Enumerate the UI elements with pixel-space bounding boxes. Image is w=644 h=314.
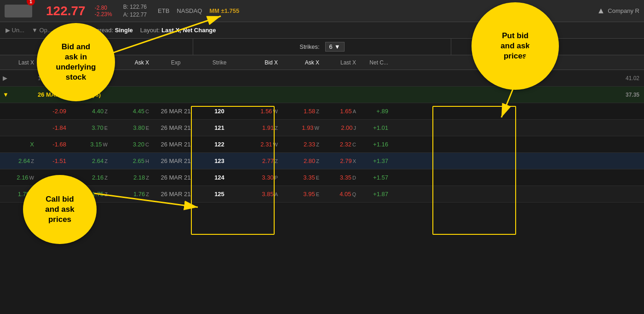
strike: 120 (202, 108, 239, 115)
annotation-put-bid-ask: Put bid and ask prices (472, 2, 559, 90)
call-ask: 3.20 C (110, 141, 152, 148)
expiry: 26 MAR 21 (152, 124, 202, 131)
call-ask: 2.65 H (110, 157, 152, 164)
call-ask: 2.18 Z (110, 174, 152, 181)
strike: 124 (202, 174, 239, 181)
expiry: 26 MAR 21 (152, 157, 202, 164)
etb-label: ETB (158, 7, 169, 14)
put-ask: 3.35 E (281, 174, 322, 181)
table-row[interactable]: X -1.68 3.15 W 3.20 C 26 MAR 21 122 2.31… (0, 136, 644, 153)
put-last-x: 2.79 X (322, 157, 359, 164)
call-net-change: -1.51 (37, 157, 69, 164)
expiry: 26 MAR 21 (152, 108, 202, 115)
call-last-x: 2.64 Z (0, 157, 37, 164)
table-row[interactable]: 2.64 Z -1.51 2.64 Z 2.65 H 26 MAR 21 123… (0, 153, 644, 169)
strike: 125 (202, 191, 239, 198)
26mar-expand[interactable]: ▼ (0, 91, 37, 98)
19mar-expand[interactable]: ▶ (0, 75, 37, 81)
put-bid: 3.30 P (239, 174, 281, 181)
strike: 122 (202, 141, 239, 148)
expand-underlying[interactable]: ▶ Un... (6, 27, 24, 34)
put-last-x: 3.35 D (322, 174, 359, 181)
table-row[interactable]: 1.75 C -1.16 1.75 Z 1.76 Z 26 MAR 21 125… (0, 186, 644, 203)
mm-label: MM ±1.755 (209, 7, 239, 14)
company-label: ▲ Company R (597, 6, 639, 16)
table-row[interactable]: -2.09 4.40 Z 4.45 C 26 MAR 21 120 1.56 W… (0, 103, 644, 120)
expiry: 26 MAR 21 (152, 141, 202, 148)
strikes-section: Strikes: 6 ▼ (193, 39, 451, 55)
put-ask: 1.58 Z (281, 108, 322, 115)
strike: 123 (202, 157, 239, 164)
put-bid: 2.77 Z (239, 157, 281, 164)
26mar-label: 26 MAR 100 (Weeklys) (37, 91, 626, 98)
put-ask: 1.93 W (281, 124, 322, 131)
annotation-bid-ask-underlying: Bid and ask in underlying stock (37, 23, 115, 101)
put-net-change: +1.87 (359, 191, 391, 198)
current-price: 122.77 (46, 4, 86, 18)
table-row[interactable]: 2.16 W -1.23 2.16 Z 2.18 Z 26 MAR 21 124… (0, 169, 644, 186)
layout-item: Layout: Last X, Net Change (140, 27, 216, 34)
col-header-p-net-c: Net C... (359, 59, 391, 66)
put-last-x: 2.32 C (322, 141, 359, 148)
table-row[interactable]: -1.84 3.70 E 3.80 E 26 MAR 21 121 1.91 Z… (0, 120, 644, 136)
call-net-change: -1.84 (37, 124, 69, 131)
col-header-p-last-x: Last X (322, 59, 359, 66)
col-header-last-x: Last X (0, 59, 37, 66)
19mar-right: 41.02 (626, 75, 644, 81)
col-header-exp: Exp (152, 59, 202, 66)
put-bid: 1.91 Z (239, 124, 281, 131)
bid-ask-display: B: 122.76 A: 122.77 (123, 3, 147, 19)
call-last-x: X (0, 141, 37, 148)
call-bid: 4.40 Z (69, 108, 110, 115)
call-ask: 1.76 Z (110, 191, 152, 198)
col-header-p-bid-x: Bid X (239, 59, 281, 66)
call-ask: 4.45 C (110, 108, 152, 115)
strike: 121 (202, 124, 239, 131)
col-header-p-ask-x: Ask X (281, 59, 322, 66)
col-header-ask-x: Ask X (110, 59, 152, 66)
put-last-x: 2.00 J (322, 124, 359, 131)
annotation-call-bid-ask: Call bid and ask prices (23, 175, 97, 244)
strikes-select[interactable]: 6 ▼ (325, 42, 345, 52)
put-net-change: +1.37 (359, 157, 391, 164)
put-bid: 1.56 W (239, 108, 281, 115)
put-net-change: +1.01 (359, 124, 391, 131)
put-last-x: 1.65 A (322, 108, 359, 115)
put-net-change: +1.57 (359, 174, 391, 181)
put-net-change: +1.16 (359, 141, 391, 148)
put-ask: 3.95 E (281, 191, 322, 198)
call-bid: 3.15 W (69, 141, 110, 148)
expiry: 26 MAR 21 (152, 174, 202, 181)
col-header-strike: Strike (202, 59, 239, 66)
put-ask: 2.33 Z (281, 141, 322, 148)
notification-badge: 1 (27, 0, 35, 6)
price-change: -2.80 -2.23% (95, 5, 112, 17)
put-ask: 2.80 Z (281, 157, 322, 164)
expand-options[interactable]: ▼ Op... (32, 27, 52, 34)
put-net-change: +.89 (359, 108, 391, 115)
26mar-right: 37.35 (626, 92, 644, 98)
call-net-change: -1.68 (37, 141, 69, 148)
put-bid: 2.31 W (239, 141, 281, 148)
call-bid: 3.70 E (69, 124, 110, 131)
call-bid: 2.64 Z (69, 157, 110, 164)
nasdaq-label: NASDAQ (177, 7, 202, 14)
expiry: 26 MAR 21 (152, 191, 202, 198)
put-last-x: 4.05 Q (322, 191, 359, 198)
call-ask: 3.80 E (110, 124, 152, 131)
app-logo (5, 5, 32, 17)
options-table-body: -2.09 4.40 Z 4.45 C 26 MAR 21 120 1.56 W… (0, 103, 644, 203)
call-net-change: -2.09 (37, 108, 69, 115)
call-last-x: 2.16 W (0, 174, 37, 181)
put-bid: 3.85 A (239, 191, 281, 198)
